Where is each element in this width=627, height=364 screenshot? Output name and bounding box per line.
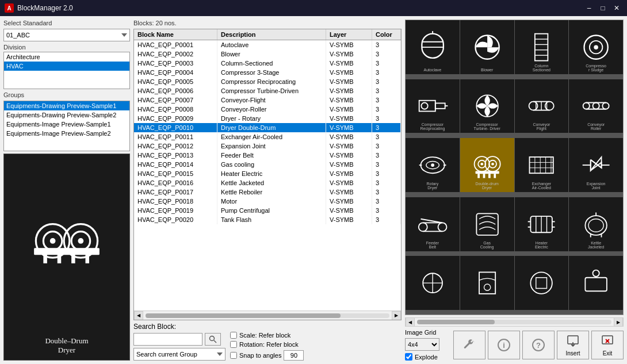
grid-cell[interactable]: Compressor Reciprocating [406, 79, 460, 133]
table-row[interactable]: HVAC_EQP_P0019 Pump Centrifugal V-SYMB 3 [134, 206, 401, 215]
grid-scrollbar[interactable]: ◀ ▶ [405, 317, 624, 327]
cell-block-name: HVAC_EQP_P0011 [134, 132, 217, 141]
minimize-button[interactable]: – [583, 3, 595, 13]
insert-label: Insert [565, 350, 580, 357]
table-row[interactable]: HVAC_EQP_P0015 Heater Electric V-SYMB 3 [134, 169, 401, 178]
grid-cell[interactable]: Blower [460, 20, 514, 74]
scroll-right-arrow[interactable]: ▶ [392, 311, 401, 320]
rotation-checkbox[interactable] [230, 341, 237, 348]
cell-description: Compressor Turbine-Driven [217, 86, 326, 95]
explode-label[interactable]: Explode [415, 354, 438, 361]
table-row[interactable]: HVAC_EQP_P0020 Tank Flash V-SYMB 3 [134, 215, 401, 224]
table-row[interactable]: HVAC_EQP_P0011 Exchanger Air-Cooled V-SY… [134, 132, 401, 141]
table-row[interactable]: HVAC_EQP_P0004 Compressor 3-Stage V-SYMB… [134, 68, 401, 77]
snap-angle-input[interactable] [284, 350, 304, 361]
scroll-thumb[interactable] [146, 313, 341, 318]
grid-cell[interactable]: Column Sectioned [515, 20, 569, 74]
grid-cell[interactable]: Exchanger Air-Cooled [515, 138, 569, 192]
grid-cell[interactable] [515, 256, 569, 310]
table-row[interactable]: HVAC_EQP_P0008 Conveyor-Roller V-SYMB 3 [134, 105, 401, 114]
cell-layer: V-SYMB [326, 160, 372, 169]
close-button[interactable]: ✕ [611, 3, 622, 13]
table-row[interactable]: HVAC_EQP_P0018 Motor V-SYMB 3 [134, 197, 401, 206]
select-standard-label: Select Stanadard [3, 20, 130, 26]
horizontal-scrollbar[interactable]: ◀ ▶ [134, 311, 401, 320]
grid-cell[interactable]: Compresso r Sludge [569, 20, 623, 74]
grid-cell[interactable]: Autoclave [406, 20, 460, 74]
search-input-row [133, 333, 225, 346]
division-hvac[interactable]: HVAC [4, 62, 129, 71]
insert-button[interactable]: Insert [557, 331, 589, 359]
group-item[interactable]: Equipments-Image Preview-Sample1 [4, 120, 129, 129]
maximize-button[interactable]: □ [597, 3, 609, 13]
explode-checkbox[interactable] [405, 353, 412, 361]
exit-icon [599, 333, 615, 349]
search-group-dropdown[interactable]: Search current Group [133, 348, 225, 361]
scale-checkbox[interactable] [230, 332, 237, 339]
exit-button[interactable]: Exit [591, 331, 624, 359]
table-row[interactable]: HVAC_EQP_P0002 Blower V-SYMB 3 [134, 49, 401, 59]
groups-section: Groups Equipments-Drawing Preview-Sample… [3, 91, 130, 151]
wrench-button[interactable] [453, 331, 485, 359]
grid-cell[interactable]: Double-drum Dryer [460, 138, 514, 192]
scroll-left-arrow[interactable]: ◀ [134, 311, 143, 320]
group-item[interactable]: Equipments-Image Preview-Sample2 [4, 129, 129, 138]
table-row[interactable]: HVAC_EQP_P0017 Kettle Reboiler V-SYMB 3 [134, 187, 401, 197]
table-row[interactable]: HVAC_EQP_P0006 Compressor Turbine-Driven… [134, 86, 401, 95]
col-block-name: Block Name [134, 29, 217, 40]
grid-size-dropdown[interactable]: 4x4 3x3 2x2 [405, 338, 439, 351]
cell-color: 3 [372, 197, 401, 206]
search-input[interactable] [133, 333, 202, 346]
svg-point-6 [78, 238, 84, 244]
scale-label[interactable]: Scale: Refer block [239, 332, 290, 339]
cell-layer: V-SYMB [326, 49, 372, 59]
table-row[interactable]: HVAC_EQP_P0016 Kettle Jacketed V-SYMB 3 [134, 178, 401, 187]
preview-box: Double–DrumDryer [3, 154, 130, 361]
grid-cell[interactable] [460, 256, 514, 310]
table-row[interactable]: HVAC_EQP_P0007 Conveyor-Flight V-SYMB 3 [134, 95, 401, 105]
col-color: Color [372, 29, 401, 40]
group-item[interactable]: Equipments-Drawing Preview-Sample2 [4, 110, 129, 120]
table-row[interactable]: HVAC_EQP_P0013 Feeder Belt V-SYMB 3 [134, 151, 401, 160]
svg-rect-56 [483, 174, 485, 178]
search-button[interactable] [205, 333, 221, 346]
table-row[interactable]: HVAC_EQP_P0014 Gas cooling V-SYMB 3 [134, 160, 401, 169]
grid-cell[interactable]: Rotary Dryer [406, 138, 460, 192]
svg-rect-10 [86, 254, 90, 263]
table-row[interactable]: HVAC_EQP_P0003 Column-Sectioned V-SYMB 3 [134, 59, 401, 68]
table-row[interactable]: HVAC_EQP_P0012 Expansion Joint V-SYMB 3 [134, 141, 401, 151]
grid-cell[interactable]: Conveyor Roller [569, 79, 623, 133]
grid-cell[interactable]: Feeder Belt [406, 197, 460, 251]
info-button[interactable]: i [488, 331, 520, 359]
help-button[interactable]: ? [522, 331, 555, 359]
standard-dropdown[interactable]: 01_ABC [3, 29, 130, 41]
group-item[interactable]: Equipments-Drawing Preview-Sample1 [4, 101, 129, 110]
grid-scroll-right[interactable]: ▶ [614, 317, 623, 327]
grid-scroll-thumb[interactable] [417, 320, 495, 324]
grid-cell[interactable] [569, 256, 623, 310]
rotation-label[interactable]: Rotation: Refer block [239, 341, 299, 348]
grid-cell[interactable]: Heater Electric [515, 197, 569, 251]
grid-cell[interactable]: Kettle Jacketed [569, 197, 623, 251]
cell-description: Heater Electric [217, 169, 326, 178]
cell-block-name: HVAC_EQP_P0017 [134, 187, 217, 197]
cell-description: Dryer Double-Drum [217, 123, 326, 132]
cell-color: 3 [372, 151, 401, 160]
division-architecture[interactable]: Architecture [4, 52, 129, 62]
grid-scroll-left[interactable]: ◀ [406, 317, 415, 327]
exit-label: Exit [603, 350, 613, 357]
table-row[interactable]: HVAC_EQP_P0009 Dryer - Rotary V-SYMB 3 [134, 114, 401, 123]
snap-label[interactable]: Snap to angles [239, 352, 281, 359]
grid-cell[interactable]: Compressor Turbine- Driver [460, 79, 514, 133]
grid-cell[interactable] [406, 256, 460, 310]
window-controls[interactable]: – □ ✕ [583, 3, 622, 13]
snap-checkbox[interactable] [230, 352, 237, 359]
cell-block-name: HVAC_EQP_P0006 [134, 86, 217, 95]
cell-layer: V-SYMB [326, 206, 372, 215]
table-row[interactable]: HVAC_EQP_P0001 Autoclave V-SYMB 3 [134, 40, 401, 49]
table-row[interactable]: HVAC_EQP_P0005 Compressor Reciprocating … [134, 77, 401, 86]
grid-cell[interactable]: Conveyor Flight [515, 79, 569, 133]
grid-cell[interactable]: Gas Cooling [460, 197, 514, 251]
grid-cell[interactable]: Expansion Joint [569, 138, 623, 192]
table-row[interactable]: HVAC_EQP_P0010 Dryer Double-Drum V-SYMB … [134, 123, 401, 132]
